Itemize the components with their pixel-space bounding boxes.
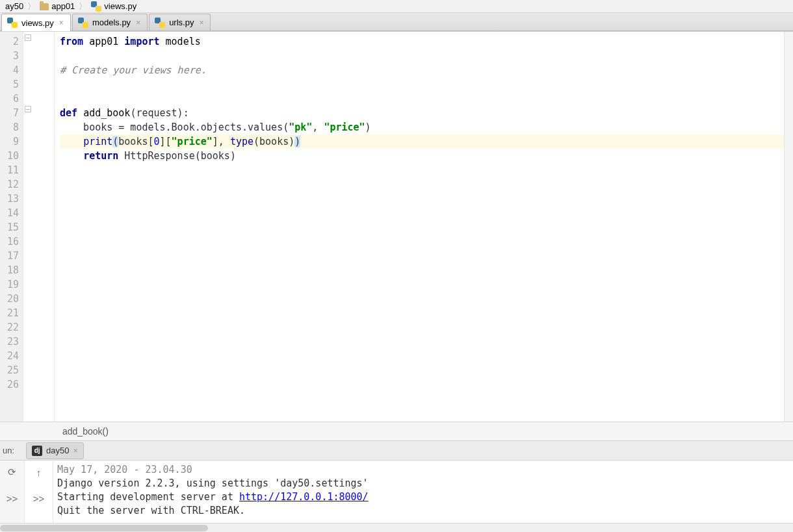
breadcrumb-item-app[interactable]: app01 <box>37 1 77 11</box>
up-icon[interactable]: ↑ <box>32 466 46 479</box>
breadcrumb-label: app01 <box>51 1 75 11</box>
run-toolbar-left: ⟳ >> <box>0 461 25 523</box>
editor-tab-models[interactable]: models.py × <box>72 14 148 31</box>
breadcrumb-separator-icon: 〉 <box>77 1 88 12</box>
tab-label: models.py <box>92 18 131 27</box>
fold-strip[interactable]: – – <box>23 32 55 422</box>
fold-toggle-icon[interactable]: – <box>25 106 31 112</box>
tab-label: urls.py <box>169 18 194 27</box>
run-toolwindow-body: ⟳ >> ↑ >> May 17, 2020 - 23.04.30Django … <box>0 461 793 523</box>
python-file-icon <box>155 18 165 28</box>
ide-window: ay50 〉 app01 〉 views.py views.py × model… <box>0 0 793 532</box>
scrollbar-thumb[interactable] <box>0 525 208 531</box>
nav-breadcrumb: ay50 〉 app01 〉 views.py <box>0 0 793 13</box>
console-output[interactable]: May 17, 2020 - 23.04.30Django version 2.… <box>53 461 793 523</box>
editor-tab-bar: views.py × models.py × urls.py × <box>0 13 793 31</box>
editor-tab-views[interactable]: views.py × <box>1 14 71 31</box>
folder-icon <box>40 3 49 10</box>
editor-region: 2345678910111213141516171819202122232425… <box>0 31 793 422</box>
horizontal-scrollbar[interactable] <box>0 523 793 532</box>
close-icon[interactable]: × <box>58 18 65 27</box>
tab-label: views.py <box>21 18 54 28</box>
python-file-icon <box>7 18 18 28</box>
line-number-gutter[interactable]: 2345678910111213141516171819202122232425… <box>0 32 23 422</box>
close-icon[interactable]: × <box>135 18 142 27</box>
run-label: un: <box>0 446 18 455</box>
breadcrumb-separator-icon: 〉 <box>26 1 37 12</box>
breadcrumb-function: add_book() <box>62 426 109 437</box>
breadcrumb-label: views.py <box>104 1 136 11</box>
run-config-name: day50 <box>46 446 69 455</box>
rerun-icon[interactable]: ⟳ <box>6 466 19 479</box>
breadcrumb-label: ay50 <box>5 1 23 11</box>
code-editor[interactable]: from app01 import models# Create your vi… <box>55 32 784 422</box>
breadcrumb-item-project[interactable]: ay50 <box>3 1 26 11</box>
vertical-scrollbar[interactable] <box>784 32 793 422</box>
breadcrumb-item-file[interactable]: views.py <box>88 1 139 12</box>
python-file-icon <box>91 1 101 12</box>
run-toolbar-inner: ↑ >> <box>25 461 53 523</box>
close-icon[interactable]: × <box>73 446 79 455</box>
run-toolwindow-header: un: dj day50 × <box>0 441 793 461</box>
more-icon[interactable]: >> <box>32 492 46 505</box>
fold-toggle-icon[interactable]: – <box>25 34 31 41</box>
more-icon[interactable]: >> <box>6 492 19 505</box>
run-config-tab[interactable]: dj day50 × <box>26 442 84 459</box>
django-icon: dj <box>32 446 42 456</box>
close-icon[interactable]: × <box>198 18 205 27</box>
python-file-icon <box>78 18 88 28</box>
code-structure-breadcrumb[interactable]: add_book() <box>0 422 793 441</box>
editor-tab-urls[interactable]: urls.py × <box>149 14 211 31</box>
